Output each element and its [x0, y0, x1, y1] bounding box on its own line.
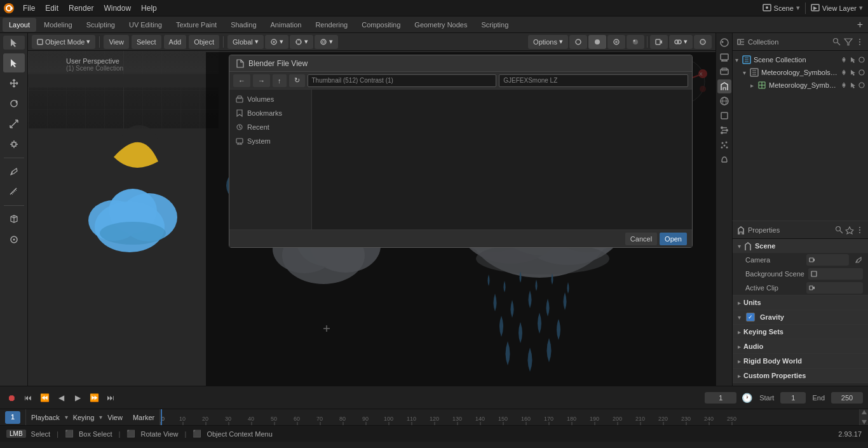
eyedropper-tool[interactable]: [3, 230, 25, 249]
rotate-tool[interactable]: [3, 94, 25, 113]
snap-btn[interactable]: ▾: [290, 35, 313, 49]
move-tool[interactable]: [3, 74, 25, 93]
outliner-options-icon[interactable]: [855, 37, 864, 46]
outliner-item-1[interactable]: ▾ Meteorology_Symbols_with_M: [733, 66, 868, 79]
timeline-playback-menu[interactable]: Playback: [26, 409, 65, 426]
fd-forward-btn[interactable]: →: [253, 74, 270, 87]
transform-tool[interactable]: [3, 135, 25, 154]
menu-window[interactable]: Window: [98, 0, 136, 17]
props-search-icon[interactable]: [835, 226, 844, 234]
prop-tab-modifiers[interactable]: [717, 123, 731, 137]
menu-render[interactable]: Render: [64, 0, 98, 17]
tab-rendering[interactable]: Rendering: [309, 18, 354, 32]
prop-tab-scene[interactable]: [717, 79, 731, 93]
add-cube-tool[interactable]: [3, 210, 25, 229]
sel-icon-2[interactable]: [849, 81, 857, 89]
tab-layout[interactable]: Layout: [3, 18, 36, 32]
jump-end-btn[interactable]: ⏭: [104, 391, 117, 404]
viewport-object-btn[interactable]: Object: [189, 35, 219, 49]
fd-back-btn[interactable]: ←: [233, 74, 250, 87]
menu-file[interactable]: File: [18, 0, 40, 17]
viewport-3d[interactable]: Object Mode ▾ View Select Add Object Glo…: [28, 33, 715, 386]
scene-section-header[interactable]: ▾ Scene: [733, 239, 868, 253]
outliner-scene-collection[interactable]: ▾ Scene Collection: [733, 53, 868, 66]
scene-selector[interactable]: Scene: [774, 4, 794, 12]
custom-props-header[interactable]: ▸ Custom Properties: [733, 369, 868, 383]
tab-shading[interactable]: Shading: [224, 18, 262, 32]
tab-scripting[interactable]: Scripting: [475, 18, 515, 32]
timeline-ruler[interactable]: 0 10 20 30 40 50 60 70 80 90 1: [159, 409, 859, 425]
fd-path-input[interactable]: Thumbnail (512) Contrast (1): [308, 74, 497, 87]
camera-view-btn[interactable]: [650, 35, 668, 49]
keying-section-header[interactable]: ▸ Keying Sets: [733, 325, 868, 339]
viewport-options-btn[interactable]: Options ▾: [528, 35, 568, 49]
fd-refresh-btn[interactable]: ↻: [289, 74, 305, 87]
tab-animation[interactable]: Animation: [264, 18, 308, 32]
mode-selector[interactable]: [3, 36, 25, 50]
view-layer-selector[interactable]: View Layer: [822, 4, 857, 12]
timeline-marker-menu[interactable]: Marker: [128, 409, 159, 426]
object-mode-btn[interactable]: Object Mode ▾: [32, 35, 95, 49]
tab-compositing[interactable]: Compositing: [355, 18, 407, 32]
fd-up-btn[interactable]: ↑: [273, 74, 287, 87]
active-clip-value[interactable]: [806, 282, 863, 294]
timeline-view-menu[interactable]: View: [102, 409, 128, 426]
prop-tab-render[interactable]: [717, 36, 731, 50]
outliner-item-2[interactable]: ▸ Meteorology_Symbols_w: [733, 79, 868, 92]
background-scene-value[interactable]: [808, 268, 863, 280]
fd-filename-input[interactable]: GJEFEXSmone LZ: [499, 74, 688, 87]
end-frame-input[interactable]: 250: [831, 392, 863, 404]
menu-edit[interactable]: Edit: [40, 0, 64, 17]
xray-btn[interactable]: [694, 35, 712, 49]
viewport-view-btn[interactable]: View: [104, 35, 129, 49]
viewport-select-btn[interactable]: Select: [132, 35, 161, 49]
overlay-btn[interactable]: ▾: [669, 35, 693, 49]
tab-modeling[interactable]: Modeling: [37, 18, 79, 32]
render-shading-btn[interactable]: [627, 35, 644, 49]
fd-cancel-btn[interactable]: Cancel: [625, 233, 657, 245]
rnd-icon-2[interactable]: [858, 81, 865, 89]
tab-texture-paint[interactable]: Texture Paint: [170, 18, 223, 32]
vis-icon-2[interactable]: [840, 81, 848, 89]
fd-sidebar-bookmarks[interactable]: Bookmarks: [229, 106, 311, 120]
prop-tab-object[interactable]: [717, 109, 731, 123]
vis-icon-1[interactable]: [840, 69, 848, 76]
gravity-section-header[interactable]: ▾ ✓ Gravity: [733, 310, 868, 324]
scale-tool[interactable]: [3, 114, 25, 133]
props-options-icon[interactable]: [855, 226, 864, 234]
current-frame-input[interactable]: 1: [705, 392, 736, 404]
outliner-search-icon[interactable]: [832, 37, 841, 46]
record-btn[interactable]: ⏺: [5, 391, 18, 404]
fd-sidebar-recent[interactable]: Recent: [229, 120, 311, 134]
play-btn[interactable]: ▶: [71, 391, 84, 404]
rnd-icon-1[interactable]: [858, 69, 865, 76]
proportional-edit-btn[interactable]: ▾: [315, 35, 338, 49]
camera-edit-icon[interactable]: [854, 255, 863, 264]
units-section-header[interactable]: ▸ Units: [733, 295, 868, 309]
step-back-btn[interactable]: ⏪: [38, 391, 51, 404]
wireframe-shading-btn[interactable]: [569, 35, 587, 49]
select-icon[interactable]: [849, 56, 857, 64]
timeline-frame-marker[interactable]: 1: [5, 411, 20, 424]
prop-tab-world[interactable]: [717, 94, 731, 108]
step-fwd-btn[interactable]: ⏩: [88, 391, 100, 404]
start-frame-input[interactable]: 1: [780, 392, 806, 404]
pivot-btn[interactable]: ▾: [265, 35, 288, 49]
tab-geometry-nodes[interactable]: Geometry Nodes: [408, 18, 473, 32]
prop-tab-particles[interactable]: [717, 138, 731, 152]
add-workspace-btn[interactable]: +: [852, 17, 868, 33]
tab-uv-editing[interactable]: UV Editing: [123, 18, 168, 32]
jump-start-btn[interactable]: ⏮: [22, 391, 34, 404]
menu-help[interactable]: Help: [136, 0, 162, 17]
select-tool[interactable]: [3, 53, 25, 72]
measure-tool[interactable]: [3, 182, 25, 201]
annotate-tool[interactable]: [3, 162, 25, 181]
audio-section-header[interactable]: ▸ Audio: [733, 339, 868, 353]
gravity-checkbox[interactable]: ✓: [746, 313, 755, 322]
prop-tab-output[interactable]: [717, 50, 731, 64]
prop-tab-physics[interactable]: [717, 153, 731, 166]
camera-prop-value[interactable]: [806, 254, 849, 266]
tab-sculpting[interactable]: Sculpting: [80, 18, 121, 32]
visibility-icon[interactable]: [840, 56, 848, 64]
props-pin-icon[interactable]: [845, 226, 854, 234]
